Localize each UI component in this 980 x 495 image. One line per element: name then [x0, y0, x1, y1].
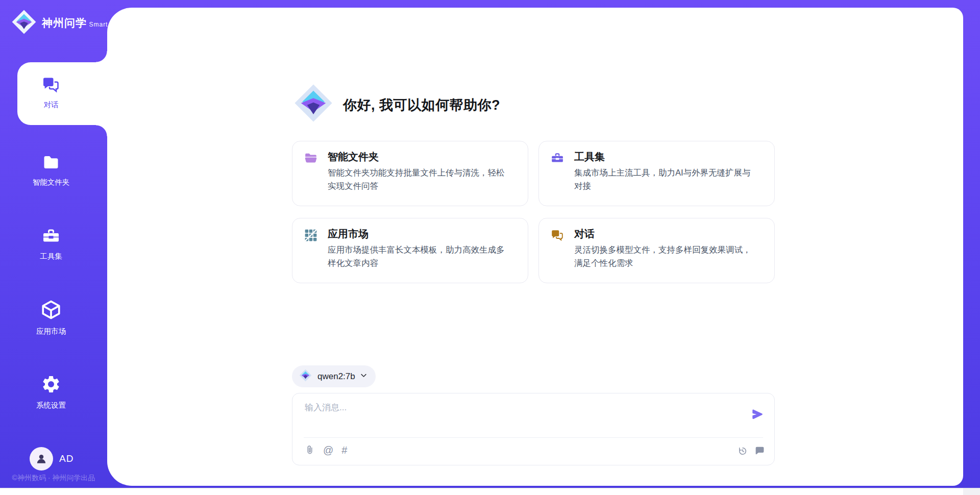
sidebar-item-label: 应用市场 — [18, 327, 84, 336]
sidebar-item-toolset[interactable]: 工具集 — [18, 227, 84, 261]
brand-title: 神州问学 — [42, 17, 87, 29]
sidebar-item-label: 对话 — [18, 100, 84, 110]
sidebar-footer-text: ©神州数码 · 神州问学出品 — [0, 474, 107, 483]
greeting-text: 你好, 我可以如何帮助你? — [343, 96, 500, 114]
card-title: 应用市场 — [328, 226, 510, 241]
at-sign-icon: @ — [323, 444, 333, 456]
mention-button[interactable]: @ — [323, 444, 333, 456]
card-chat[interactable]: 对话 灵活切换多模型文件，支持多样回复效果调试，满足个性化需求 — [538, 218, 775, 283]
feedback-button[interactable] — [754, 445, 765, 456]
topic-button[interactable]: # — [341, 444, 347, 456]
toolbox-icon — [42, 227, 60, 247]
folder-icon — [42, 153, 60, 174]
brand-diamond-icon — [11, 9, 37, 37]
tab-curve-top — [96, 51, 107, 62]
card-smart-folder[interactable]: 智能文件夹 智能文件夹功能支持批量文件上传与清洗，轻松实现文件问答 — [292, 141, 528, 206]
sidebar-item-smart-folder[interactable]: 智能文件夹 — [18, 153, 84, 187]
tab-curve-bottom — [96, 125, 107, 136]
history-clock-icon — [738, 450, 748, 458]
greeting-diamond-icon — [293, 83, 333, 125]
card-description: 应用市场提供丰富长文本模板，助力高效生成多样化文章内容 — [328, 243, 510, 269]
message-composer: @ # — [292, 393, 775, 465]
sidebar-item-label: 工具集 — [18, 252, 84, 261]
card-toolset[interactable]: 工具集 集成市场上主流工具，助力AI与外界无缝扩展与对接 — [538, 141, 775, 206]
message-input[interactable] — [305, 402, 739, 431]
folder-open-icon — [304, 152, 317, 165]
brand-subtitle: Smart Vision — [89, 21, 130, 28]
card-description: 灵活切换多模型文件，支持多样回复效果调试，满足个性化需求 — [574, 243, 757, 269]
gear-icon — [41, 374, 61, 397]
cube-icon — [40, 299, 62, 323]
sidebar-item-chat[interactable]: 对话 — [18, 76, 84, 110]
sidebar-item-label: 系统设置 — [18, 401, 84, 410]
sidebar-item-app-market[interactable]: 应用市场 — [18, 299, 84, 336]
attach-file-button[interactable] — [305, 445, 315, 455]
model-diamond-icon — [299, 369, 312, 384]
composer-toolbar: @ # — [305, 444, 347, 456]
card-title: 智能文件夹 — [328, 149, 510, 164]
paperclip-icon — [305, 449, 315, 457]
card-description: 集成市场上主流工具，助力AI与外界无缝扩展与对接 — [574, 166, 757, 192]
brand-logo: 神州问学 Smart Vision — [11, 9, 130, 37]
scrollbar-corner — [963, 488, 980, 495]
card-title: 对话 — [574, 226, 757, 241]
card-title: 工具集 — [574, 149, 757, 164]
sidebar-item-label: 智能文件夹 — [18, 178, 84, 187]
chevron-down-icon — [360, 372, 368, 381]
toolbox-icon — [551, 152, 564, 165]
model-name: qwen2:7b — [317, 372, 355, 382]
sidebar-item-settings[interactable]: 系统设置 — [18, 374, 84, 410]
model-selector[interactable]: qwen2:7b — [292, 365, 376, 387]
user-name: AD — [59, 453, 74, 464]
user-profile[interactable]: AD — [30, 447, 74, 471]
message-square-icon — [754, 450, 765, 458]
avatar — [30, 447, 53, 471]
chat-bubbles-icon — [551, 229, 564, 242]
app-grid-icon — [304, 229, 317, 242]
card-app-market[interactable]: 应用市场 应用市场提供丰富长文本模板，助力高效生成多样化文章内容 — [292, 218, 528, 283]
composer-right-tools — [738, 445, 765, 456]
card-description: 智能文件夹功能支持批量文件上传与清洗，轻松实现文件问答 — [328, 166, 510, 192]
composer-divider — [304, 437, 763, 438]
send-button[interactable] — [751, 408, 764, 421]
chat-bubbles-icon — [42, 76, 60, 96]
app-root: 神州问学 Smart Vision 对话 智能文件夹 — [0, 0, 980, 495]
history-button[interactable] — [738, 446, 748, 456]
horizontal-scrollbar[interactable] — [0, 488, 980, 495]
feature-cards: 智能文件夹 智能文件夹功能支持批量文件上传与清洗，轻松实现文件问答 工具集 集成… — [292, 141, 775, 283]
hash-icon: # — [341, 444, 347, 456]
